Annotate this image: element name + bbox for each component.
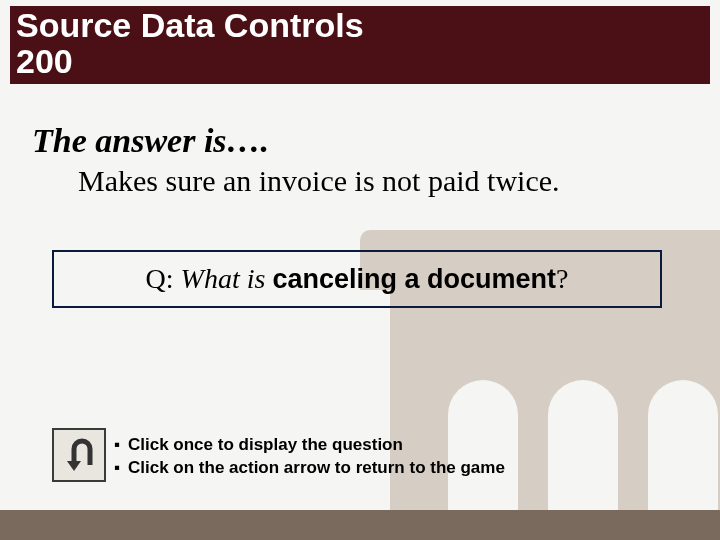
- return-to-game-button[interactable]: [52, 428, 106, 482]
- question-prefix: Q:: [146, 263, 181, 294]
- slide: Source Data Controls 200 The answer is….…: [0, 0, 720, 540]
- instruction-line: ▪ Click once to display the question: [114, 434, 505, 457]
- answer-body: Makes sure an invoice is not paid twice.: [78, 164, 560, 198]
- question-text: Q: What is canceling a document?: [146, 263, 569, 295]
- instruction-text: Click once to display the question: [128, 434, 403, 457]
- category-title: Source Data Controls: [16, 8, 704, 44]
- point-value: 200: [16, 44, 704, 80]
- instruction-line: ▪ Click on the action arrow to return to…: [114, 457, 505, 480]
- bottom-strip: [0, 510, 720, 540]
- title-bar: Source Data Controls 200: [10, 6, 710, 84]
- instructions: ▪ Click once to display the question ▪ C…: [114, 434, 505, 480]
- bullet-icon: ▪: [114, 457, 124, 480]
- answer-lead: The answer is….: [32, 122, 269, 160]
- question-box[interactable]: Q: What is canceling a document?: [52, 250, 662, 308]
- u-turn-arrow-icon: [59, 435, 99, 475]
- bullet-icon: ▪: [114, 434, 124, 457]
- question-bold: canceling a document: [272, 264, 556, 294]
- question-suffix: ?: [556, 263, 568, 294]
- question-lead: What is: [181, 263, 273, 294]
- instruction-text: Click on the action arrow to return to t…: [128, 457, 505, 480]
